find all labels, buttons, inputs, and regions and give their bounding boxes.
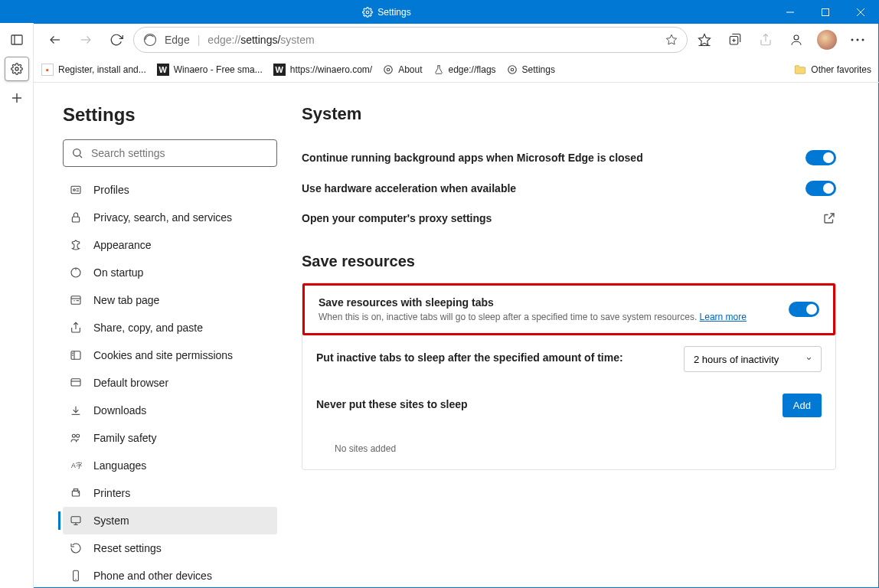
nav-icon (69, 211, 83, 224)
svg-marker-13 (666, 34, 676, 44)
svg-point-55 (78, 492, 79, 493)
person-button[interactable] (783, 26, 810, 54)
bookmark-item[interactable]: ▪Register, install and... (41, 64, 146, 76)
sleeping-tabs-row: Save resources with sleeping tabs When t… (302, 283, 835, 335)
svg-point-44 (73, 353, 74, 354)
sidebar-item-privacy-search-and-services[interactable]: Privacy, search, and services (63, 204, 277, 231)
sleep-timeout-select[interactable]: 2 hours of inactivity (684, 346, 822, 372)
section-heading-system: System (302, 104, 836, 124)
svg-point-12 (145, 34, 156, 46)
nav-icon (69, 377, 83, 389)
bookmarks-bar: ▪Register, install and... WWinaero - Fre… (34, 57, 879, 83)
gear-icon (507, 64, 518, 75)
nav-icon (69, 294, 83, 306)
edge-icon (143, 33, 157, 47)
setting-row-proxy[interactable]: Open your computer's proxy settings (302, 204, 836, 233)
nav-icon (69, 349, 83, 361)
sidebar-item-printers[interactable]: Printers (63, 479, 277, 507)
forward-button[interactable] (72, 26, 100, 54)
sidebar-item-languages[interactable]: A字Languages (63, 452, 277, 479)
sidebar-item-phone-and-other-devices[interactable]: Phone and other devices (63, 562, 277, 588)
vertical-tabs (0, 23, 34, 588)
section-heading-save-resources: Save resources (302, 253, 836, 270)
sidebar-item-system[interactable]: System (63, 507, 277, 534)
setting-row-hw-accel: Use hardware acceleration when available (302, 173, 836, 204)
nav-icon: A字 (69, 459, 83, 472)
svg-point-0 (367, 11, 370, 14)
sidebar-item-new-tab-page[interactable]: New tab page (63, 286, 277, 314)
share-button[interactable] (752, 26, 779, 54)
svg-point-31 (74, 189, 76, 191)
settings-page: System Continue running background apps … (286, 83, 879, 588)
address-label: Edge (165, 34, 190, 46)
svg-point-50 (72, 434, 75, 437)
window-title: Settings (377, 7, 410, 18)
sidebar-item-profiles[interactable]: Profiles (63, 176, 277, 204)
sidebar-item-default-browser[interactable]: Default browser (63, 369, 277, 397)
nav-icon (69, 239, 83, 251)
sidebar-item-share-copy-and-paste[interactable]: Share, copy, and paste (63, 314, 277, 341)
bookmark-item[interactable]: edge://flags (433, 64, 496, 75)
nav-icon (69, 266, 83, 279)
external-link-icon (822, 211, 836, 225)
collections-button[interactable] (721, 26, 749, 54)
sidebar-item-downloads[interactable]: Downloads (63, 397, 277, 424)
sidebar-item-appearance[interactable]: Appearance (63, 231, 277, 259)
toggle-background-apps[interactable] (805, 150, 836, 165)
sidebar-item-family-safety[interactable]: Family safety (63, 424, 277, 452)
back-button[interactable] (41, 26, 69, 54)
nav-icon (69, 514, 83, 527)
sidebar-item-reset-settings[interactable]: Reset settings (63, 534, 277, 562)
bookmark-item[interactable]: Whttps://winaero.com/ (273, 64, 372, 76)
svg-point-20 (794, 35, 799, 40)
new-tab-button[interactable] (5, 86, 29, 110)
vertical-tabs-toggle[interactable] (5, 28, 29, 52)
svg-point-28 (74, 149, 80, 156)
svg-point-24 (387, 68, 390, 71)
learn-more-link[interactable]: Learn more (700, 312, 747, 322)
close-button[interactable] (843, 1, 878, 24)
folder-icon (794, 64, 806, 75)
never-sleep-row: Never put these sites to sleep Add (302, 383, 835, 428)
toolbar: Edge | edge://settings/system (34, 23, 879, 57)
tab-settings[interactable] (5, 57, 29, 81)
bookmark-item[interactable]: About (383, 64, 422, 75)
address-url: edge://settings/system (207, 34, 314, 46)
sidebar-item-cookies-and-site-permissions[interactable]: Cookies and site permissions (63, 341, 277, 369)
svg-marker-14 (699, 34, 711, 45)
star-outline-icon[interactable] (665, 34, 678, 46)
toggle-hw-accel[interactable] (805, 181, 836, 196)
favorites-button[interactable] (691, 26, 718, 54)
more-button[interactable] (844, 26, 871, 54)
minimize-button[interactable] (773, 1, 808, 24)
svg-point-51 (77, 434, 80, 437)
svg-point-7 (15, 67, 18, 70)
svg-text:A字: A字 (71, 462, 82, 469)
svg-rect-54 (74, 489, 77, 492)
add-button[interactable]: Add (783, 394, 822, 417)
svg-rect-34 (72, 217, 79, 222)
svg-point-26 (511, 68, 514, 71)
svg-rect-56 (71, 517, 80, 523)
maximize-button[interactable] (808, 1, 843, 24)
flask-icon (433, 64, 444, 75)
nav-icon (69, 542, 83, 554)
refresh-button[interactable] (103, 26, 130, 54)
bookmark-item[interactable]: Settings (507, 64, 555, 75)
search-input[interactable] (63, 139, 277, 167)
other-favorites[interactable]: Other favorites (794, 64, 871, 75)
setting-row-background-apps: Continue running background apps when Mi… (302, 142, 836, 173)
sidebar-item-on-startup[interactable]: On startup (63, 259, 277, 286)
save-resources-card: Save resources with sleeping tabs When t… (302, 283, 836, 470)
nav-icon (69, 322, 83, 334)
address-bar[interactable]: Edge | edge://settings/system (133, 27, 688, 53)
svg-point-22 (857, 39, 859, 41)
svg-rect-5 (11, 35, 22, 44)
nav-icon (69, 432, 83, 444)
svg-rect-30 (71, 186, 80, 193)
bookmark-item[interactable]: WWinaero - Free sma... (157, 64, 263, 76)
profile-avatar[interactable] (813, 26, 841, 54)
settings-sidebar: Settings ProfilesPrivacy, search, and se… (34, 83, 286, 588)
toggle-sleeping-tabs[interactable] (789, 302, 819, 317)
svg-point-45 (73, 355, 74, 356)
